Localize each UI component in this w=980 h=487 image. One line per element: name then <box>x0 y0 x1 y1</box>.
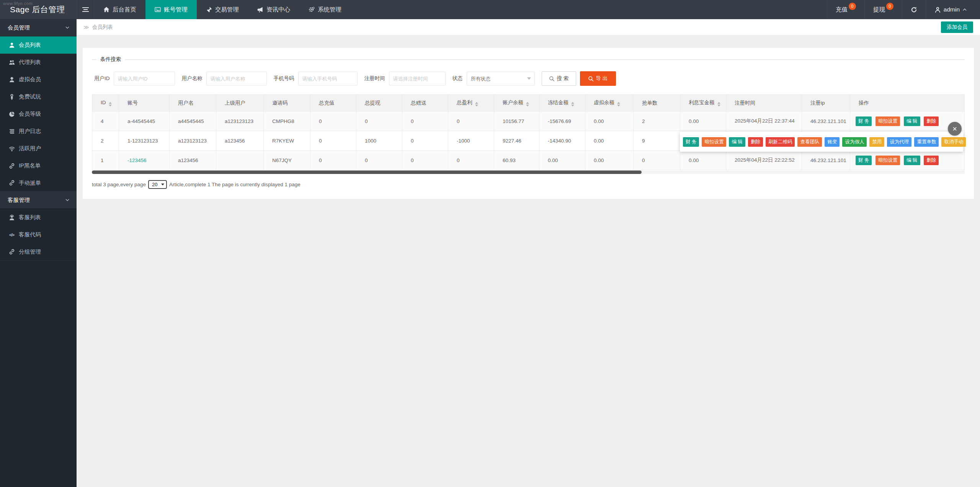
set-fake-user-button[interactable]: 设为假人 <box>842 137 867 147</box>
withdraw-button[interactable]: 提现 0 <box>864 0 902 19</box>
sidebar-item-label: 分组管理 <box>19 248 41 256</box>
page-size-select[interactable]: 20 <box>148 180 167 189</box>
cell: 0 <box>310 131 356 151</box>
recharge-badge: 0 <box>849 3 856 10</box>
view-team-button[interactable]: 查看团队 <box>797 137 822 147</box>
sort-icon[interactable] <box>109 102 112 107</box>
edit-button[interactable]: 编 辑 <box>904 116 920 126</box>
col-header-balance: 账户余额 <box>494 95 539 112</box>
cell: 0 <box>310 151 356 170</box>
finance-button[interactable]: 财 务 <box>856 156 872 165</box>
cell: a123456 <box>216 131 264 151</box>
hidden-deduction-button[interactable]: 暗扣设置 <box>702 137 726 147</box>
col-header-invite-code: 邀请码 <box>264 95 310 112</box>
delete-button[interactable]: 删除 <box>748 137 763 147</box>
set-agent-button[interactable]: 设为代理 <box>887 137 911 147</box>
sidebar-item-manual-dispatch[interactable]: 手动派单 <box>0 174 77 192</box>
filter-legend: 条件搜索 <box>96 56 125 63</box>
sidebar-section-members[interactable]: 会员管理 <box>0 19 77 36</box>
id-card-icon <box>155 7 161 13</box>
member-list-card: 条件搜索 用户ID 用户名称 手机号码 <box>83 48 974 199</box>
username: admin <box>944 6 960 13</box>
cell-account-link[interactable]: -123456 <box>119 151 170 170</box>
sort-icon[interactable] <box>717 102 720 107</box>
sidebar-section-service[interactable]: 客服管理 <box>0 192 77 209</box>
sort-icon[interactable] <box>617 102 620 107</box>
top-menu: 后台首页 账号管理 交易管理 资讯中心 系统管理 <box>77 0 351 19</box>
reset-order-count-button[interactable]: 重置单数 <box>914 137 939 147</box>
search-icon <box>549 76 555 82</box>
sidebar-item-member-list[interactable]: 会员列表 <box>0 36 77 54</box>
scrollbar-thumb[interactable] <box>92 171 642 174</box>
nav-item-news[interactable]: 资讯中心 <box>248 0 299 19</box>
cell: 0 <box>356 151 402 170</box>
nav-item-home[interactable]: 后台首页 <box>94 0 145 19</box>
sidebar-item-agent-list[interactable]: 代理列表 <box>0 54 77 71</box>
link-icon <box>8 162 15 169</box>
refresh-qrcode-button[interactable]: 刷新二维码 <box>766 137 795 147</box>
edit-button[interactable]: 编 辑 <box>729 137 745 147</box>
sidebar-item-service-list[interactable]: 客服列表 <box>0 209 77 226</box>
horizontal-scrollbar[interactable] <box>92 171 965 174</box>
sidebar-item-virtual-members[interactable]: 虚拟会员 <box>0 71 77 88</box>
cell: 0.00 <box>585 112 634 131</box>
megaphone-icon <box>257 7 263 13</box>
sidebar-section-title: 会员管理 <box>8 24 30 31</box>
filter-reg-time: 注册时间 <box>364 72 446 85</box>
user-id-input[interactable] <box>114 72 175 85</box>
close-icon[interactable]: × <box>948 122 962 136</box>
sidebar-item-member-levels[interactable]: 会员等级 <box>0 105 77 123</box>
cell: 0 <box>402 131 448 151</box>
finance-button[interactable]: 财 务 <box>683 137 699 147</box>
topbar-right: 充值 0 提现 0 admin <box>827 0 980 19</box>
hidden-deduction-button[interactable]: 暗扣设置 <box>875 156 900 165</box>
sidebar-item-user-logs[interactable]: 用户日志 <box>0 123 77 140</box>
menu-toggle-icon[interactable] <box>77 0 94 19</box>
sidebar-item-active-users[interactable]: 活跃用户 <box>0 140 77 157</box>
user-menu[interactable]: admin <box>926 0 980 19</box>
account-change-button[interactable]: 账变 <box>825 137 840 147</box>
search-button[interactable]: 搜 索 <box>542 71 576 86</box>
cell: CMPHG8 <box>264 112 310 131</box>
export-button[interactable]: 导 出 <box>580 71 616 86</box>
add-member-button[interactable]: 添加会员 <box>941 21 973 33</box>
cancel-manual-button[interactable]: 取消手动 <box>941 137 966 147</box>
finance-button[interactable]: 财 务 <box>856 116 872 126</box>
sidebar-item-ip-blacklist[interactable]: IP黑名单 <box>0 157 77 174</box>
cell: 0.00 <box>585 151 634 170</box>
nav-item-system[interactable]: 系统管理 <box>299 0 351 19</box>
filter-fieldset: 条件搜索 <box>92 59 965 60</box>
sidebar-item-free-trial[interactable]: 免费试玩 <box>0 88 77 105</box>
cell: -15676.69 <box>539 112 585 131</box>
top-navbar: www.9fyn.com Sage 后台管理 后台首页 账号管理 交易管理 <box>0 0 980 19</box>
refresh-button[interactable] <box>902 0 926 19</box>
gavel-icon <box>206 7 212 13</box>
delete-button[interactable]: 删除 <box>924 116 939 126</box>
cell: 0.00 <box>680 112 726 131</box>
status-select[interactable]: 所有状态 <box>467 72 535 85</box>
disable-button[interactable]: 禁用 <box>869 137 884 147</box>
delete-button[interactable]: 删除 <box>924 156 939 165</box>
sidebar-item-label: 用户日志 <box>19 128 41 135</box>
col-header-order-count: 抢单数 <box>634 95 680 112</box>
nav-item-trade[interactable]: 交易管理 <box>197 0 248 19</box>
phone-label: 手机号码 <box>274 75 294 82</box>
table-row: 1 -123456 a123456 N67JQY 0 0 0 0 60.93 <box>92 151 965 170</box>
filter-user-name: 用户名称 <box>182 72 267 85</box>
phone-input[interactable] <box>298 72 358 85</box>
nav-item-label: 账号管理 <box>164 6 188 14</box>
sidebar-item-group-management[interactable]: 分组管理 <box>0 243 77 261</box>
sidebar-item-label: 会员列表 <box>19 41 41 49</box>
sidebar-item-service-code[interactable]: </> 客服代码 <box>0 226 77 243</box>
sort-icon[interactable] <box>571 102 574 107</box>
nav-item-accounts[interactable]: 账号管理 <box>145 0 197 19</box>
hidden-deduction-button[interactable]: 暗扣设置 <box>875 116 900 126</box>
user-name-input[interactable] <box>206 72 267 85</box>
sort-icon[interactable] <box>526 102 529 107</box>
reg-time-input[interactable] <box>389 72 446 85</box>
cell: 9 <box>634 131 680 151</box>
sort-icon[interactable] <box>475 102 478 107</box>
cell: 0.00 <box>585 131 634 151</box>
recharge-button[interactable]: 充值 0 <box>827 0 864 19</box>
edit-button[interactable]: 编 辑 <box>904 156 920 165</box>
